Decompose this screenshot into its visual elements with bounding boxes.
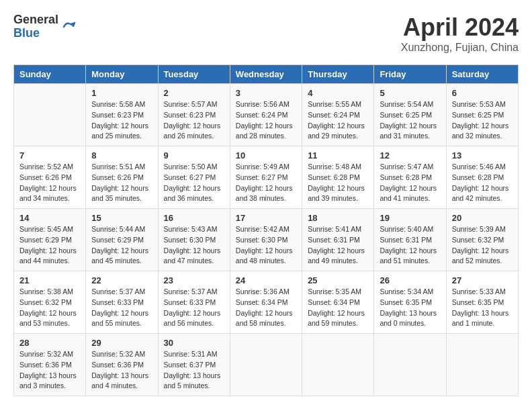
column-header-wednesday: Wednesday: [230, 65, 302, 84]
day-number: 2: [164, 88, 224, 98]
title-block: April 2024 Xunzhong, Fujian, China: [401, 13, 519, 54]
cell-info: Sunrise: 5:58 AMSunset: 6:23 PMDaylight:…: [91, 99, 152, 142]
logo: General Blue: [13, 13, 77, 40]
logo-blue: Blue: [13, 27, 58, 40]
day-number: 4: [308, 88, 368, 98]
calendar-cell: 25Sunrise: 5:35 AMSunset: 6:34 PMDayligh…: [302, 271, 374, 334]
cell-info: Sunrise: 5:34 AMSunset: 6:35 PMDaylight:…: [380, 287, 440, 329]
calendar-cell: 15Sunrise: 5:44 AMSunset: 6:29 PMDayligh…: [86, 209, 158, 271]
day-number: 18: [308, 213, 368, 223]
day-number: 5: [380, 88, 440, 98]
calendar-cell: 5Sunrise: 5:54 AMSunset: 6:25 PMDaylight…: [374, 84, 446, 146]
cell-info: Sunrise: 5:57 AMSunset: 6:23 PMDaylight:…: [164, 99, 224, 142]
cell-info: Sunrise: 5:42 AMSunset: 6:30 PMDaylight:…: [236, 224, 296, 267]
calendar-cell: 19Sunrise: 5:40 AMSunset: 6:31 PMDayligh…: [374, 209, 446, 271]
cell-info: Sunrise: 5:47 AMSunset: 6:28 PMDaylight:…: [380, 162, 440, 204]
location: Xunzhong, Fujian, China: [401, 42, 519, 54]
cell-info: Sunrise: 5:37 AMSunset: 6:33 PMDaylight:…: [164, 287, 224, 329]
column-header-tuesday: Tuesday: [158, 65, 230, 84]
day-number: 10: [236, 150, 296, 161]
calendar-cell: 29Sunrise: 5:32 AMSunset: 6:36 PMDayligh…: [86, 334, 158, 396]
calendar-cell: 17Sunrise: 5:42 AMSunset: 6:30 PMDayligh…: [230, 209, 302, 271]
cell-info: Sunrise: 5:46 AMSunset: 6:28 PMDaylight:…: [452, 162, 513, 204]
day-number: 26: [380, 275, 440, 285]
calendar-cell: 9Sunrise: 5:50 AMSunset: 6:27 PMDaylight…: [158, 146, 230, 209]
calendar-cell: 4Sunrise: 5:55 AMSunset: 6:24 PMDaylight…: [302, 84, 374, 146]
calendar-cell: 3Sunrise: 5:56 AMSunset: 6:24 PMDaylight…: [230, 84, 302, 146]
column-header-sunday: Sunday: [14, 65, 86, 84]
calendar-cell: 28Sunrise: 5:32 AMSunset: 6:36 PMDayligh…: [14, 334, 86, 396]
calendar-cell: 14Sunrise: 5:45 AMSunset: 6:29 PMDayligh…: [14, 209, 86, 271]
calendar-cell: 18Sunrise: 5:41 AMSunset: 6:31 PMDayligh…: [302, 209, 374, 271]
day-number: 15: [91, 213, 152, 223]
calendar-cell: 21Sunrise: 5:38 AMSunset: 6:32 PMDayligh…: [14, 271, 86, 334]
cell-info: Sunrise: 5:44 AMSunset: 6:29 PMDaylight:…: [91, 224, 152, 267]
cell-info: Sunrise: 5:49 AMSunset: 6:27 PMDaylight:…: [236, 162, 296, 204]
column-header-friday: Friday: [374, 65, 446, 84]
day-number: 3: [236, 88, 296, 98]
calendar-cell: 22Sunrise: 5:37 AMSunset: 6:33 PMDayligh…: [86, 271, 158, 334]
column-header-thursday: Thursday: [302, 65, 374, 84]
calendar-cell: 11Sunrise: 5:48 AMSunset: 6:28 PMDayligh…: [302, 146, 374, 209]
calendar-cell: 24Sunrise: 5:36 AMSunset: 6:34 PMDayligh…: [230, 271, 302, 334]
calendar-cell: 27Sunrise: 5:33 AMSunset: 6:35 PMDayligh…: [446, 271, 518, 334]
day-number: 22: [91, 275, 152, 285]
cell-info: Sunrise: 5:48 AMSunset: 6:28 PMDaylight:…: [308, 162, 368, 204]
day-number: 14: [19, 213, 80, 223]
day-number: 27: [452, 275, 513, 285]
day-number: 28: [19, 338, 80, 348]
calendar-cell: 7Sunrise: 5:52 AMSunset: 6:26 PMDaylight…: [14, 146, 86, 209]
cell-info: Sunrise: 5:32 AMSunset: 6:36 PMDaylight:…: [91, 349, 152, 392]
cell-info: Sunrise: 5:41 AMSunset: 6:31 PMDaylight:…: [308, 224, 368, 267]
calendar-cell: [230, 334, 302, 396]
day-number: 30: [164, 338, 224, 348]
calendar-cell: 1Sunrise: 5:58 AMSunset: 6:23 PMDaylight…: [86, 84, 158, 146]
cell-info: Sunrise: 5:55 AMSunset: 6:24 PMDaylight:…: [308, 99, 368, 142]
day-number: 23: [164, 275, 224, 285]
calendar-week-row: 1Sunrise: 5:58 AMSunset: 6:23 PMDaylight…: [14, 84, 519, 146]
day-number: 6: [452, 88, 513, 98]
cell-info: Sunrise: 5:50 AMSunset: 6:27 PMDaylight:…: [164, 162, 224, 204]
day-number: 25: [308, 275, 368, 285]
calendar-cell: [14, 84, 86, 146]
page-header: General Blue April 2024 Xunzhong, Fujian…: [13, 13, 519, 54]
calendar-cell: 6Sunrise: 5:53 AMSunset: 6:25 PMDaylight…: [446, 84, 518, 146]
day-number: 12: [380, 150, 440, 161]
cell-info: Sunrise: 5:51 AMSunset: 6:26 PMDaylight:…: [91, 162, 152, 204]
cell-info: Sunrise: 5:31 AMSunset: 6:37 PMDaylight:…: [164, 349, 224, 392]
calendar-cell: 13Sunrise: 5:46 AMSunset: 6:28 PMDayligh…: [446, 146, 518, 209]
calendar-cell: 26Sunrise: 5:34 AMSunset: 6:35 PMDayligh…: [374, 271, 446, 334]
cell-info: Sunrise: 5:33 AMSunset: 6:35 PMDaylight:…: [452, 287, 513, 329]
cell-info: Sunrise: 5:39 AMSunset: 6:32 PMDaylight:…: [452, 224, 513, 267]
day-number: 29: [91, 338, 152, 348]
day-number: 1: [91, 88, 152, 98]
day-number: 8: [91, 150, 152, 161]
calendar-cell: [374, 334, 446, 396]
calendar-cell: 23Sunrise: 5:37 AMSunset: 6:33 PMDayligh…: [158, 271, 230, 334]
cell-info: Sunrise: 5:45 AMSunset: 6:29 PMDaylight:…: [19, 224, 80, 267]
calendar-cell: [446, 334, 518, 396]
day-number: 9: [164, 150, 224, 161]
calendar-table: SundayMondayTuesdayWednesdayThursdayFrid…: [13, 64, 519, 396]
day-number: 20: [452, 213, 513, 223]
day-number: 13: [452, 150, 513, 161]
cell-info: Sunrise: 5:54 AMSunset: 6:25 PMDaylight:…: [380, 99, 440, 142]
logo-icon: [61, 19, 77, 35]
cell-info: Sunrise: 5:43 AMSunset: 6:30 PMDaylight:…: [164, 224, 224, 267]
day-number: 24: [236, 275, 296, 285]
calendar-cell: 12Sunrise: 5:47 AMSunset: 6:28 PMDayligh…: [374, 146, 446, 209]
cell-info: Sunrise: 5:36 AMSunset: 6:34 PMDaylight:…: [236, 287, 296, 329]
day-number: 16: [164, 213, 224, 223]
calendar-cell: 30Sunrise: 5:31 AMSunset: 6:37 PMDayligh…: [158, 334, 230, 396]
cell-info: Sunrise: 5:40 AMSunset: 6:31 PMDaylight:…: [380, 224, 440, 267]
logo-general: General: [13, 13, 58, 27]
column-header-saturday: Saturday: [446, 65, 518, 84]
cell-info: Sunrise: 5:56 AMSunset: 6:24 PMDaylight:…: [236, 99, 296, 142]
calendar-cell: 16Sunrise: 5:43 AMSunset: 6:30 PMDayligh…: [158, 209, 230, 271]
calendar-week-row: 21Sunrise: 5:38 AMSunset: 6:32 PMDayligh…: [14, 271, 519, 334]
calendar-week-row: 7Sunrise: 5:52 AMSunset: 6:26 PMDaylight…: [14, 146, 519, 209]
month-title: April 2024: [401, 13, 519, 42]
calendar-cell: [302, 334, 374, 396]
day-number: 11: [308, 150, 368, 161]
day-number: 19: [380, 213, 440, 223]
